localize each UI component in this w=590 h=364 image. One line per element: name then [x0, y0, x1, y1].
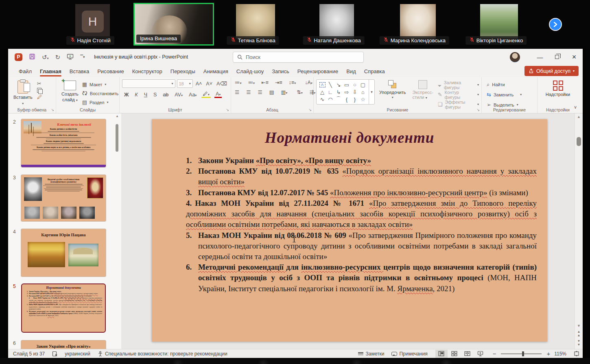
menu-tab-справка[interactable]: Справка — [360, 66, 389, 77]
callout-shape-icon[interactable]: ⌂ — [361, 89, 365, 95]
participant-tile[interactable]: Марина Колендовська — [400, 4, 436, 39]
rectangle-shape-icon[interactable]: ▭ — [344, 82, 349, 88]
shapes-gallery[interactable]: A ╲ ↘ ▭ ○ ▢ △ ∟ ↳ ⇨ ⇩ ⌂ ∿ — [317, 80, 369, 104]
start-slideshow-button[interactable] — [67, 54, 74, 61]
format-painter-button[interactable]: 🖉 — [37, 94, 42, 100]
menu-tab-конструктор[interactable]: Конструктор — [128, 66, 166, 77]
font-color-button[interactable]: А▾ — [214, 91, 222, 98]
font-name-select[interactable]: ▾ — [122, 79, 175, 88]
participant-tile[interactable]: Тетяна Блінова — [236, 4, 275, 39]
menu-tab-рисование[interactable]: Рисование — [93, 66, 128, 77]
arc-shape-icon[interactable]: ◠ — [328, 96, 332, 102]
line-shape-icon[interactable]: ╲ — [329, 82, 332, 88]
paste-button[interactable]: Вставить▾ — [11, 79, 35, 107]
menu-tab-анимация[interactable]: Анимация — [199, 66, 232, 77]
zoom-out-button[interactable]: − — [493, 350, 496, 357]
oval-shape-icon[interactable]: ○ — [353, 82, 356, 88]
slide-thumbnail[interactable]: Ключові тези інклюзіїКожна дитина є особ… — [21, 119, 106, 167]
previous-slide-button[interactable]: ▲▲ — [575, 330, 583, 338]
customize-qat-button[interactable]: ▔▾ — [80, 55, 85, 59]
shape-outline-button[interactable]: ✎Контур фигуры▾ — [438, 90, 479, 99]
align-right-button[interactable]: ☰ — [256, 89, 263, 95]
reading-view-button[interactable] — [461, 350, 474, 358]
drawing-dialog-launcher[interactable]: ↘ — [476, 108, 480, 112]
powerpoint-logo-icon[interactable]: P — [15, 53, 22, 61]
participant-tile[interactable]: HНадія Стогній — [75, 4, 110, 39]
next-slide-button[interactable]: ▼▼ — [575, 340, 583, 347]
menu-tab-главная[interactable]: Главная — [36, 66, 66, 77]
increase-indent-button[interactable]: ⇥≡ — [274, 79, 284, 85]
find-button[interactable]: ⌕Найти — [487, 80, 535, 89]
increase-font-button[interactable]: A˄ — [194, 81, 203, 87]
zoom-level[interactable]: 115% — [554, 351, 566, 357]
cut-button[interactable]: ✂ — [37, 81, 42, 86]
align-text-button[interactable]: ⇅▾ — [295, 89, 304, 95]
addins-button[interactable]: Надстройки — [540, 79, 576, 99]
vertical-scrollbar[interactable]: ▲ ▼ ▲▲ ▼▼ — [575, 113, 583, 349]
textbox-shape-icon[interactable]: A — [319, 82, 326, 87]
new-slide-button[interactable]: Создатьслайд ▾ — [59, 79, 81, 107]
font-size-select[interactable]: 18▾ — [177, 79, 193, 88]
font-dialog-launcher[interactable]: ↘ — [226, 108, 229, 112]
clipboard-dialog-launcher[interactable]: ↘ — [51, 108, 54, 112]
shape-fill-button[interactable]: 🞃Заливка фигуры▾ — [438, 81, 479, 89]
justify-button[interactable]: ▤ — [268, 89, 275, 95]
menu-tab-файл[interactable]: Файл — [15, 66, 36, 77]
current-slide[interactable]: Нормативні документи 1.Закони України «П… — [152, 119, 547, 342]
participant-tile[interactable]: Ірина Вишнева — [133, 3, 214, 46]
change-case-button[interactable]: Aa▾ — [188, 92, 198, 98]
fit-slide-button[interactable] — [574, 351, 579, 356]
notes-toggle[interactable]: Заметки — [358, 351, 384, 357]
spellcheck-status[interactable] — [52, 351, 57, 357]
strikethrough-button[interactable]: ab — [162, 92, 170, 98]
text-shadow-button[interactable]: S — [152, 92, 158, 98]
thumbnail-scrollbar[interactable]: ▲ — [115, 113, 120, 349]
triangle-shape-icon[interactable]: △ — [320, 89, 324, 95]
numbering-button[interactable]: ≕▾ — [247, 79, 256, 85]
scroll-up-icon[interactable]: ▲ — [575, 115, 583, 119]
menu-tab-вид[interactable]: Вид — [342, 66, 360, 77]
minimize-button[interactable]: — — [531, 49, 548, 65]
bullets-button[interactable]: ≔▾ — [234, 79, 243, 85]
menu-tab-рецензирование[interactable]: Рецензирование — [293, 66, 342, 77]
next-participants-button[interactable] — [549, 18, 562, 31]
arrange-button[interactable]: Упорядочить▾ — [377, 79, 408, 100]
reset-button[interactable]: 🗘Восстановить — [82, 89, 118, 98]
decrease-font-button[interactable]: A˅ — [205, 81, 214, 87]
star-shape-icon[interactable]: ☆ — [361, 96, 365, 102]
scribble-shape-icon[interactable]: ∿ — [320, 96, 325, 102]
participant-tile[interactable]: Наталя Дашенкова — [319, 4, 354, 39]
copy-button[interactable] — [37, 88, 42, 93]
arrow-shape-icon[interactable]: ↘ — [337, 82, 341, 88]
normal-view-button[interactable] — [435, 350, 448, 358]
highlight-color-button[interactable]: 🖉▾ — [201, 91, 211, 98]
slideshow-view-button[interactable] — [474, 350, 487, 358]
zoom-in-button[interactable]: + — [546, 350, 550, 357]
layout-button[interactable]: ▦Макет▾ — [82, 80, 118, 89]
line-spacing-button[interactable]: ↕≡▾ — [288, 80, 297, 85]
account-avatar[interactable] — [510, 52, 520, 62]
section-button[interactable]: ▤Раздел▾ — [82, 98, 118, 107]
menu-tab-слайд-шоу[interactable]: Слайд-шоу — [232, 66, 268, 77]
zoom-slider[interactable] — [501, 353, 542, 354]
menu-tab-вставка[interactable]: Вставка — [66, 66, 93, 77]
paragraph-dialog-launcher[interactable]: ↘ — [308, 108, 312, 112]
italic-button[interactable]: К — [133, 92, 139, 98]
menu-tab-запись[interactable]: Запись — [268, 66, 293, 77]
share-button[interactable]: Общий доступ ▾ — [524, 66, 579, 76]
redo-button[interactable]: ↻ — [55, 54, 61, 60]
elbow-shape-icon[interactable]: ∟ — [328, 89, 333, 95]
slide-thumbnail[interactable]: Закон України «Про освіту» — [21, 340, 106, 349]
elbow-arrow-shape-icon[interactable]: ↳ — [337, 89, 341, 95]
align-left-button[interactable]: ☰ — [234, 89, 240, 95]
shapes-scrollbar[interactable]: ▾ — [369, 80, 374, 104]
slide-thumbnail[interactable]: Нормативні документи1.Закони України «Пр… — [21, 283, 106, 333]
left-brace-shape-icon[interactable]: { — [346, 96, 347, 102]
restore-button[interactable] — [548, 49, 566, 65]
menu-tab-переходы[interactable]: Переходы — [166, 66, 199, 77]
zoom-slider-thumb[interactable] — [522, 351, 524, 356]
decrease-indent-button[interactable]: ⇤≡ — [260, 79, 270, 85]
scrollbar-thumb[interactable] — [577, 137, 581, 146]
replace-button[interactable]: ⇆Заменить▾ — [487, 90, 535, 99]
underline-button[interactable]: Ч — [143, 92, 149, 98]
